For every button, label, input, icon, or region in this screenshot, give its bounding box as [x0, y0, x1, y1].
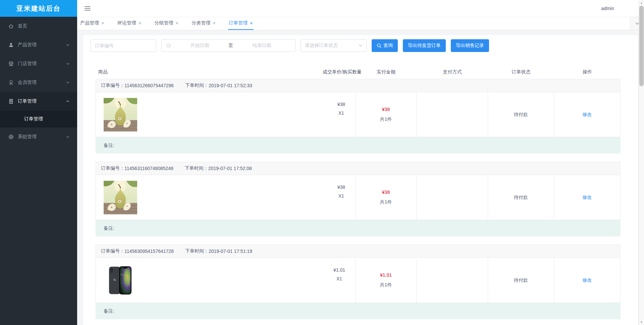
- unit-price: ¥1.01: [333, 266, 345, 274]
- modify-link[interactable]: 修改: [583, 195, 592, 201]
- gear-icon: [8, 134, 14, 140]
- order-time: 2019-07-01 17:52:08: [208, 166, 252, 171]
- search-icon: [377, 43, 381, 48]
- remark-label: 备注:: [104, 143, 114, 149]
- sidebar-item-label: 产品管理: [18, 42, 66, 48]
- order-time-label: 下单时间：: [185, 83, 209, 89]
- action-cell: 修改: [554, 175, 620, 220]
- tab-label: 分类管理: [192, 20, 210, 26]
- modify-link[interactable]: 修改: [583, 112, 592, 118]
- paid-amount: ¥38: [382, 107, 390, 112]
- scrollbar[interactable]: ▲ ▼: [639, 0, 644, 325]
- order-no: 1145631266075447296: [124, 83, 174, 88]
- col-payment-method: 支付方式: [417, 69, 488, 75]
- scroll-up-button[interactable]: ▲: [639, 0, 644, 6]
- order-product-row: ¥38 X1 ¥38 共1件 待付款 修改: [96, 175, 621, 220]
- product-cell: ¥1.01 X1: [96, 258, 355, 303]
- product-cell: ¥38 X1: [96, 175, 355, 220]
- paid-amount: ¥1.01: [380, 272, 392, 278]
- order-time-label: 下单时间：: [185, 248, 209, 254]
- app-window: 亚米建站后台 首页 产品管理 门店管理 会员管理: [0, 0, 644, 325]
- export-pending-orders-button[interactable]: 导出待发货订单: [403, 39, 446, 52]
- current-user[interactable]: admin: [601, 6, 614, 11]
- medal-icon: [8, 79, 14, 86]
- quantity: X1: [337, 109, 345, 117]
- scroll-down-button[interactable]: ▼: [639, 319, 644, 325]
- sidebar-item-label: 门店管理: [18, 61, 66, 67]
- tab-label: 产品管理: [80, 20, 99, 26]
- sidebar-group-orders: 订单管理 订单管理: [0, 92, 77, 127]
- order-time: 2019-07-01 17:51:19: [209, 249, 252, 254]
- remark-label: 备注:: [104, 225, 114, 231]
- status-select-placeholder: 请选择订单状态: [305, 43, 338, 49]
- order-status-select[interactable]: 请选择订单状态: [301, 39, 367, 52]
- order-no-label: 订单编号：: [101, 165, 124, 171]
- order-block: 订单编号：1145631160748085248 下单时间：2019-07-01…: [96, 162, 621, 236]
- payment-method-cell: [416, 175, 488, 220]
- order-status: 待付款: [488, 258, 554, 303]
- sidebar-item-orders[interactable]: 订单管理: [0, 92, 77, 111]
- close-icon[interactable]: ×: [176, 20, 179, 25]
- remark-row: 备注:: [96, 137, 621, 154]
- paid-amount-cell: ¥38 共1件: [355, 175, 416, 220]
- page-content: 开始日期 至 结束日期 请选择订单状态 查询 导出待发货订单: [77, 30, 644, 325]
- close-icon[interactable]: ×: [250, 20, 253, 25]
- search-button[interactable]: 查询: [372, 39, 398, 52]
- col-product: 商品: [98, 69, 108, 75]
- sidebar-menu: 首页 产品管理 门店管理 会员管理 订单管理: [0, 17, 77, 146]
- home-icon: [8, 23, 14, 29]
- order-product-row: ¥38 X1 ¥38 共1件 待付款 修改: [96, 92, 621, 137]
- close-icon[interactable]: ×: [213, 20, 216, 25]
- start-date-placeholder: 开始日期: [171, 43, 228, 49]
- tab-product-management[interactable]: 产品管理 ×: [79, 17, 105, 30]
- paid-amount: ¥38: [382, 189, 390, 195]
- scroll-thumb[interactable]: [639, 6, 644, 86]
- sidebar-item-stores[interactable]: 门店管理: [0, 54, 77, 73]
- col-paid-amount: 实付金额: [356, 69, 417, 75]
- tab-label: 订单管理: [229, 20, 248, 26]
- chevron-down-icon: [358, 43, 363, 48]
- tab-group-management[interactable]: 分组管理 ×: [154, 17, 179, 30]
- chevron-down-icon: [66, 80, 70, 85]
- quantity: X1: [337, 192, 345, 200]
- paid-quantity: 共1件: [380, 116, 392, 122]
- sidebar-item-members[interactable]: 会员管理: [0, 73, 77, 92]
- hamburger-icon: [85, 6, 91, 11]
- sidebar-submenu-orders: 订单管理: [0, 111, 77, 127]
- order-time: 2019-07-01 17:52:33: [209, 83, 252, 88]
- order-no-input[interactable]: [91, 39, 156, 52]
- sidebar-item-home[interactable]: 首页: [0, 17, 77, 36]
- orders-card: 开始日期 至 结束日期 请选择订单状态 查询 导出待发货订单: [83, 35, 638, 325]
- sidebar-item-system[interactable]: 系统管理: [0, 127, 77, 146]
- close-icon[interactable]: ×: [101, 20, 104, 25]
- filter-bar: 开始日期 至 结束日期 请选择订单状态 查询 导出待发货订单: [91, 39, 631, 52]
- unit-price-block: ¥1.01 X1: [333, 264, 345, 283]
- main-area: admin 产品管理 × 评论管理 × 分组管理 × 分类管理 × 订单管理 ×: [77, 0, 644, 325]
- sidebar: 亚米建站后台 首页 产品管理 门店管理 会员管理: [0, 0, 77, 325]
- tab-comment-management[interactable]: 评论管理 ×: [117, 17, 142, 30]
- pear-product-image: [104, 181, 137, 214]
- clock-icon: [166, 43, 171, 48]
- tab-bar: 产品管理 × 评论管理 × 分组管理 × 分类管理 × 订单管理 ×: [77, 17, 644, 30]
- order-status: 待付款: [488, 92, 554, 137]
- modify-link[interactable]: 修改: [583, 277, 592, 283]
- chevron-down-icon: [66, 62, 70, 66]
- col-action: 操作: [554, 69, 621, 75]
- remark-label: 备注:: [104, 308, 114, 314]
- quantity: X1: [333, 274, 345, 283]
- sidebar-item-products[interactable]: 产品管理: [0, 36, 77, 54]
- tab-category-management[interactable]: 分类管理 ×: [191, 17, 216, 30]
- export-sales-records-button[interactable]: 导出销售记录: [451, 39, 489, 52]
- sidebar-subitem-orders[interactable]: 订单管理: [0, 111, 77, 127]
- collapse-sidebar-button[interactable]: [85, 6, 91, 11]
- chevron-up-icon: [66, 99, 70, 103]
- date-range-picker[interactable]: 开始日期 至 结束日期: [161, 39, 296, 52]
- tab-order-management[interactable]: 订单管理 ×: [228, 17, 254, 30]
- document-icon: [8, 98, 14, 104]
- order-time-label: 下单时间：: [185, 165, 208, 171]
- paid-amount-cell: ¥38 共1件: [355, 92, 416, 137]
- unit-price: ¥38: [337, 100, 345, 109]
- close-icon[interactable]: ×: [139, 20, 142, 25]
- order-no-label: 订单编号：: [101, 83, 124, 89]
- unit-price: ¥38: [337, 183, 345, 192]
